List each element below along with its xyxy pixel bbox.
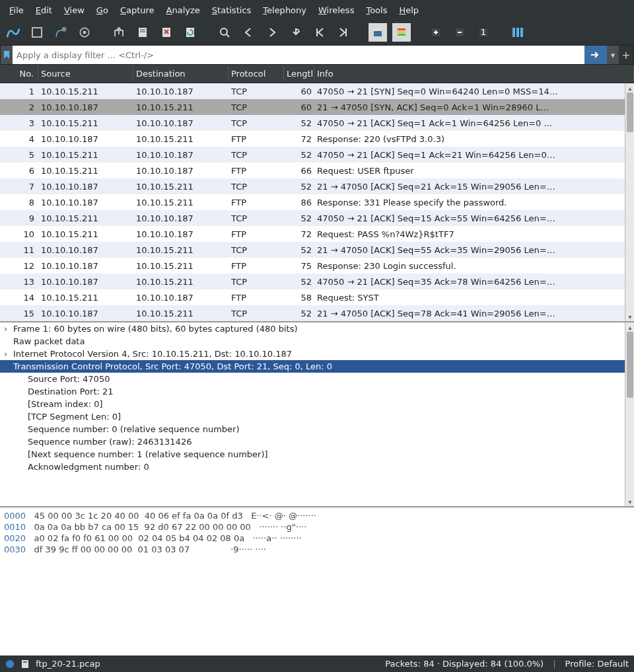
menu-statistics[interactable]: Statistics [207, 4, 256, 17]
scroll-down-icon[interactable]: ▾ [625, 497, 634, 506]
stop-capture-icon[interactable] [28, 23, 46, 42]
column-destination[interactable]: Destination [133, 66, 229, 81]
column-info[interactable]: Info [314, 66, 634, 81]
restart-capture-icon[interactable] [52, 23, 70, 42]
packet-list-scrollbar[interactable]: ▴ ▾ [625, 83, 634, 321]
expander-icon[interactable] [4, 399, 13, 409]
add-filter-button[interactable]: + [619, 46, 633, 64]
packet-row[interactable]: 910.10.15.21110.10.10.187TCP5247050 → 21… [0, 210, 625, 226]
expander-icon[interactable] [4, 462, 13, 472]
menu-tools[interactable]: Tools [361, 4, 392, 17]
close-file-icon[interactable] [157, 23, 176, 42]
column-source[interactable]: Source [38, 66, 133, 81]
resize-columns-icon[interactable] [509, 23, 527, 42]
first-packet-icon[interactable] [310, 23, 329, 42]
tree-node[interactable]: Acknowledgment number: 0 [0, 461, 625, 473]
zoom-in-icon[interactable] [427, 23, 445, 42]
expander-icon[interactable] [4, 387, 13, 396]
open-file-icon[interactable] [110, 23, 128, 42]
auto-scroll-icon[interactable] [369, 23, 387, 42]
expander-icon[interactable] [4, 424, 13, 434]
capture-options-icon[interactable] [75, 23, 94, 42]
packet-row[interactable]: 410.10.10.18710.10.15.211FTP72Response: … [0, 131, 625, 147]
packet-row[interactable]: 1510.10.10.18710.10.15.211TCP5221 → 4705… [0, 305, 625, 321]
menu-analyze[interactable]: Analyze [161, 4, 205, 17]
scroll-down-icon[interactable]: ▾ [625, 312, 634, 321]
tree-node[interactable]: ›Internet Protocol Version 4, Src: 10.10… [0, 348, 625, 360]
hex-row[interactable]: 0010 0a 0a 0a bb b7 ca 00 15 92 d0 67 22… [4, 521, 630, 533]
column-protocol[interactable]: Protocol [229, 66, 284, 81]
packet-list-header[interactable]: No. Source Destination Protocol Lengtl I… [0, 65, 634, 83]
tree-node[interactable]: ⌄Transmission Control Protocol, Src Port… [0, 360, 625, 373]
menu-telephony[interactable]: Telephony [258, 4, 312, 17]
expert-info-icon[interactable] [5, 659, 15, 669]
packet-bytes-pane[interactable]: 0000 45 00 00 3c 1c 20 40 00 40 06 ef fa… [0, 507, 634, 655]
packet-row[interactable]: 310.10.15.21110.10.10.187TCP5247050 → 21… [0, 115, 625, 131]
menu-wireless[interactable]: Wireless [313, 4, 359, 17]
go-back-icon[interactable] [239, 23, 258, 42]
apply-filter-button[interactable] [584, 46, 607, 64]
packet-row[interactable]: 810.10.10.18710.10.15.211FTP86Response: … [0, 194, 625, 210]
menu-help[interactable]: Help [394, 4, 424, 17]
status-file-name: ftp_20-21.pcap [36, 659, 100, 669]
packet-row[interactable]: 1110.10.10.18710.10.15.211TCP5221 → 4705… [0, 242, 625, 258]
tree-node[interactable]: [Next sequence number: 1 (relative seque… [0, 448, 625, 461]
scroll-thumb[interactable] [627, 332, 633, 398]
tree-node[interactable]: [Stream index: 0] [0, 398, 625, 410]
packet-row[interactable]: 1410.10.15.21110.10.10.187FTP58Request: … [0, 289, 625, 305]
menu-view[interactable]: View [59, 4, 90, 17]
details-scrollbar[interactable]: ▴ ▾ [625, 322, 634, 506]
expander-icon[interactable] [4, 336, 13, 346]
tree-node[interactable]: Raw packet data [0, 335, 625, 348]
go-forward-icon[interactable] [263, 23, 281, 42]
packet-row[interactable]: 110.10.15.21110.10.10.187TCP6047050 → 21… [0, 83, 625, 99]
wireshark-logo-icon[interactable] [4, 23, 22, 42]
status-profile[interactable]: Profile: Default [565, 659, 629, 669]
expander-icon[interactable] [4, 412, 13, 422]
expander-icon[interactable] [4, 374, 13, 384]
filter-dropdown-icon[interactable]: ▾ [607, 46, 619, 64]
expander-icon[interactable] [4, 449, 13, 459]
packet-row[interactable]: 1010.10.15.21110.10.10.187FTP72Request: … [0, 226, 625, 242]
column-length[interactable]: Lengtl [284, 66, 314, 81]
menu-edit[interactable]: Edit [30, 4, 57, 17]
packet-row[interactable]: 510.10.15.21110.10.10.187TCP5247050 → 21… [0, 147, 625, 163]
save-file-icon[interactable] [133, 23, 152, 42]
tree-node[interactable]: Destination Port: 21 [0, 385, 625, 398]
zoom-out-icon[interactable] [450, 23, 469, 42]
packet-row[interactable]: 1310.10.10.18710.10.15.211TCP5247050 → 2… [0, 274, 625, 289]
tree-node[interactable]: Sequence number (raw): 2463131426 [0, 435, 625, 448]
packet-row[interactable]: 210.10.10.18710.10.15.211TCP6021 → 47050… [0, 99, 625, 115]
bookmark-icon[interactable] [1, 46, 13, 64]
packet-row[interactable]: 1210.10.10.18710.10.15.211FTP75Response:… [0, 258, 625, 274]
packet-row[interactable]: 710.10.10.18710.10.15.211TCP5221 → 47050… [0, 178, 625, 194]
expander-icon[interactable]: ⌄ [4, 361, 13, 371]
svg-point-1 [62, 27, 67, 32]
tree-node[interactable]: [TCP Segment Len: 0] [0, 410, 625, 423]
scroll-up-icon[interactable]: ▴ [625, 83, 634, 93]
scroll-thumb[interactable] [627, 93, 633, 132]
tree-node[interactable]: Source Port: 47050 [0, 373, 625, 385]
reload-file-icon[interactable] [181, 23, 199, 42]
hex-row[interactable]: 0020 a0 02 fa f0 f0 61 00 00 02 04 05 b4… [4, 533, 630, 544]
expander-icon[interactable] [4, 437, 13, 447]
hex-row[interactable]: 0030 df 39 9c ff 00 00 00 00 01 03 03 07… [4, 544, 630, 555]
hex-row[interactable]: 0000 45 00 00 3c 1c 20 40 00 40 06 ef fa… [4, 510, 630, 521]
capture-file-properties-icon[interactable] [21, 659, 29, 669]
scroll-up-icon[interactable]: ▴ [625, 322, 634, 332]
find-packet-icon[interactable] [215, 23, 234, 42]
tree-node[interactable]: ›Frame 1: 60 bytes on wire (480 bits), 6… [0, 322, 625, 335]
zoom-reset-icon[interactable]: 1 [474, 23, 493, 42]
last-packet-icon[interactable] [334, 23, 353, 42]
display-filter-input[interactable] [13, 46, 584, 64]
tree-node[interactable]: Sequence number: 0 (relative sequence nu… [0, 423, 625, 435]
expander-icon[interactable]: › [4, 324, 13, 334]
menu-file[interactable]: File [4, 4, 29, 17]
column-no[interactable]: No. [0, 66, 38, 81]
go-to-packet-icon[interactable] [287, 23, 305, 42]
expander-icon[interactable]: › [4, 349, 13, 359]
packet-row[interactable]: 610.10.15.21110.10.10.187FTP66Request: U… [0, 163, 625, 178]
menu-go[interactable]: Go [91, 4, 114, 17]
colorize-packets-icon[interactable] [392, 23, 411, 42]
menu-capture[interactable]: Capture [115, 4, 160, 17]
